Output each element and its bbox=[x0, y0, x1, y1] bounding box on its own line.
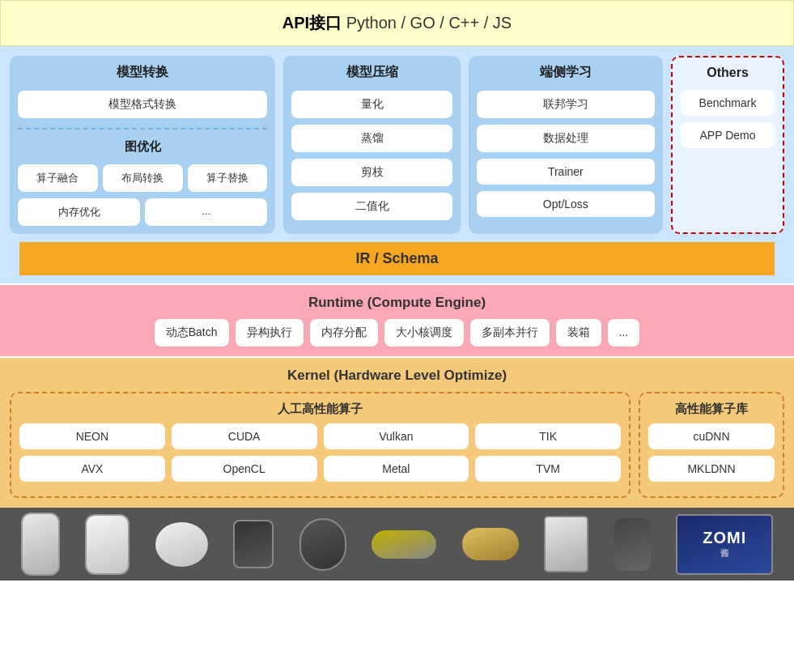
avx-box: AVX bbox=[19, 456, 165, 482]
mkldnn-box: MKLDNN bbox=[648, 456, 775, 482]
kernel-right-panel: 高性能算子库 cuDNN MKLDNN bbox=[639, 392, 784, 498]
op-fusion-box: 算子融合 bbox=[18, 164, 98, 192]
model-conversion-panel: 模型转换 模型格式转换 图优化 算子融合 布局转换 算子替换 内存优化 ... bbox=[10, 56, 275, 234]
distill-box: 蒸馏 bbox=[291, 125, 452, 152]
device-phone-2 bbox=[85, 514, 130, 575]
model-compress-title: 模型压缩 bbox=[291, 64, 452, 81]
model-conv-title: 模型转换 bbox=[18, 64, 267, 81]
blue-area: 模型转换 模型格式转换 图优化 算子融合 布局转换 算子替换 内存优化 ... … bbox=[10, 56, 663, 234]
neon-box: NEON bbox=[19, 423, 165, 449]
runtime-item-4: 多副本并行 bbox=[470, 319, 550, 347]
kernel-section: Kernel (Hardware Level Optimize) 人工高性能算子… bbox=[0, 358, 794, 508]
others-panel: Others Benchmark APP Demo bbox=[671, 56, 784, 234]
cuda-box: CUDA bbox=[172, 423, 317, 449]
device-tablet bbox=[544, 516, 588, 572]
mem-opt-box: 内存优化 bbox=[18, 198, 140, 226]
runtime-item-5: 装箱 bbox=[556, 319, 601, 347]
metal-box: Metal bbox=[324, 456, 469, 482]
ir-wrapper: IR / Schema bbox=[0, 242, 794, 283]
kernel-lib-row1: cuDNN bbox=[648, 423, 775, 449]
device-smartwatch-2 bbox=[299, 518, 346, 571]
ir-schema-bar: IR / Schema bbox=[19, 242, 775, 275]
model-format-convert-box: 模型格式转换 bbox=[18, 91, 267, 118]
quant-box: 量化 bbox=[291, 91, 452, 118]
others-title: Others bbox=[681, 66, 775, 80]
api-title-bold: API接口 bbox=[282, 14, 342, 32]
runtime-item-2: 内存分配 bbox=[310, 319, 378, 347]
kernel-inner: 人工高性能算子 NEON CUDA Vulkan TIK AVX OpenCL … bbox=[10, 392, 784, 498]
layout-convert-box: 布局转换 bbox=[103, 164, 183, 192]
device-phone-1 bbox=[21, 513, 60, 576]
federated-box: 联邦学习 bbox=[477, 91, 655, 118]
device-earbuds bbox=[155, 522, 208, 567]
graph-opt-row1: 算子融合 布局转换 算子替换 bbox=[18, 164, 267, 192]
runtime-item-0: 动态Batch bbox=[155, 319, 229, 347]
opt-loss-box: Opt/Loss bbox=[477, 191, 655, 217]
graph-opt-row2: 内存优化 ... bbox=[18, 198, 267, 226]
runtime-item-1: 异构执行 bbox=[236, 319, 304, 347]
kernel-ops-row2: AVX OpenCL Metal TVM bbox=[19, 456, 621, 482]
binarize-box: 二值化 bbox=[291, 193, 452, 220]
data-proc-box: 数据处理 bbox=[477, 125, 655, 152]
runtime-item-6: ... bbox=[608, 319, 640, 347]
zomi-brand-text: ZOMI bbox=[703, 529, 746, 547]
vulkan-box: Vulkan bbox=[324, 423, 469, 449]
zomi-sub-text: 酱 bbox=[720, 547, 729, 559]
device-smartwatch-1 bbox=[233, 520, 274, 568]
runtime-boxes: 动态Batch 异构执行 内存分配 大小核调度 多副本并行 装箱 ... bbox=[10, 319, 784, 347]
ellipsis-box: ... bbox=[145, 198, 267, 226]
divider-1 bbox=[18, 128, 267, 130]
edge-learn-title: 端侧学习 bbox=[477, 64, 655, 81]
kernel-right-title: 高性能算子库 bbox=[648, 402, 775, 417]
runtime-title: Runtime (Compute Engine) bbox=[10, 295, 784, 311]
kernel-left-panel: 人工高性能算子 NEON CUDA Vulkan TIK AVX OpenCL … bbox=[10, 392, 631, 498]
top-section: 模型转换 模型格式转换 图优化 算子融合 布局转换 算子替换 内存优化 ... … bbox=[0, 46, 794, 242]
device-tv: ZOMI 酱 bbox=[676, 514, 773, 575]
opencl-box: OpenCL bbox=[172, 456, 317, 482]
benchmark-box: Benchmark bbox=[681, 90, 775, 116]
kernel-ops-row1: NEON CUDA Vulkan TIK bbox=[19, 423, 621, 449]
api-title-normal: Python / GO / C++ / JS bbox=[342, 14, 512, 32]
tvm-box: TVM bbox=[475, 456, 621, 482]
kernel-title: Kernel (Hardware Level Optimize) bbox=[10, 368, 784, 384]
devices-strip: ZOMI 酱 bbox=[0, 508, 794, 581]
device-band-1 bbox=[372, 530, 436, 559]
prune-box: 剪枝 bbox=[291, 159, 452, 186]
device-band-2 bbox=[462, 528, 519, 560]
cudnn-box: cuDNN bbox=[648, 423, 775, 449]
graph-opt-title: 图优化 bbox=[18, 139, 267, 155]
tik-box: TIK bbox=[475, 423, 621, 449]
api-header: API接口 Python / GO / C++ / JS bbox=[0, 0, 794, 46]
kernel-left-title: 人工高性能算子 bbox=[19, 402, 621, 417]
trainer-box: Trainer bbox=[477, 159, 655, 185]
runtime-item-3: 大小核调度 bbox=[384, 319, 464, 347]
device-speaker bbox=[614, 518, 651, 571]
kernel-lib-row2: MKLDNN bbox=[648, 456, 775, 482]
op-replace-box: 算子替换 bbox=[188, 164, 268, 192]
edge-learning-panel: 端侧学习 联邦学习 数据处理 Trainer Opt/Loss bbox=[469, 56, 663, 234]
model-compression-panel: 模型压缩 量化 蒸馏 剪枝 二值化 bbox=[283, 56, 460, 234]
app-demo-box: APP Demo bbox=[681, 122, 775, 148]
runtime-section: Runtime (Compute Engine) 动态Batch 异构执行 内存… bbox=[0, 285, 794, 356]
